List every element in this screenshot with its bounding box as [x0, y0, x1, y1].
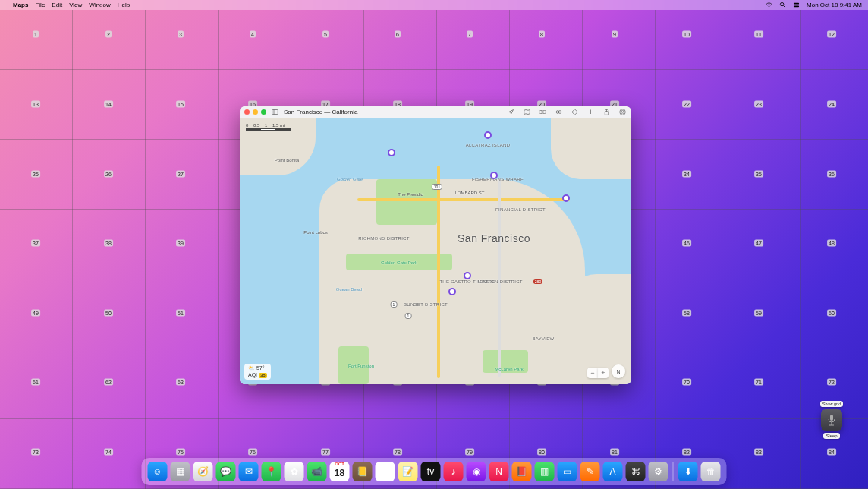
menu-view[interactable]: View: [69, 2, 82, 8]
menu-file[interactable]: File: [35, 2, 45, 8]
window-minimize[interactable]: [253, 109, 258, 115]
spotlight-icon[interactable]: [779, 2, 786, 8]
zoom-out-button[interactable]: −: [587, 368, 598, 378]
dock-keynote-icon[interactable]: ▭: [558, 462, 577, 481]
map-pin[interactable]: [448, 288, 456, 295]
dock-reminders-icon[interactable]: ☰: [376, 462, 395, 481]
grid-cell-number: 47: [754, 240, 763, 247]
voice-control-mic-icon[interactable]: [821, 409, 842, 431]
dock-notes-icon[interactable]: 📝: [398, 462, 418, 481]
dock-finder-icon[interactable]: ☺: [148, 462, 168, 481]
grid-cell-number: 81: [610, 449, 619, 456]
map-label-golden-gate: Golden Gate: [337, 177, 363, 181]
grid-cell-number: 10: [682, 31, 691, 38]
grid-cell-number: 26: [104, 171, 113, 178]
map-pin[interactable]: [562, 194, 570, 202]
aqi-value: 38: [259, 373, 267, 378]
dock-trash-icon[interactable]: 🗑: [701, 462, 721, 481]
grid-cell-number: 79: [465, 449, 474, 456]
grid-cell-number: 83: [754, 449, 763, 456]
dock-numbers-icon[interactable]: ▥: [535, 462, 555, 481]
dock-music-icon[interactable]: ♪: [444, 462, 464, 481]
grid-cell-number: 2: [105, 31, 112, 38]
menu-help[interactable]: Help: [118, 2, 130, 8]
grid-cell-number: 72: [827, 379, 836, 386]
map-canvas[interactable]: San Francisco RICHMOND DISTRICT FINANCIA…: [240, 118, 631, 384]
zoom-in-button[interactable]: +: [598, 368, 609, 378]
dock-contacts-icon[interactable]: 📒: [353, 462, 373, 481]
dock-launchpad-icon[interactable]: ▦: [171, 462, 190, 481]
map-weather-badge[interactable]: ⛅ 57° AQI 38: [244, 364, 271, 380]
account-icon[interactable]: [618, 108, 627, 116]
directions-icon[interactable]: [571, 108, 579, 116]
cloud-sun-icon: ⛅: [248, 365, 255, 371]
map-label-alcatraz: ALCATRAZ ISLAND: [466, 143, 511, 147]
window-zoom[interactable]: [261, 109, 266, 115]
dock-books-icon[interactable]: 📕: [512, 462, 532, 481]
route-shield-1b: 1: [405, 313, 412, 319]
dock-tv-icon[interactable]: tv: [421, 462, 441, 481]
grid-cell-number: 71: [754, 379, 763, 386]
three-d-toggle[interactable]: 3D: [539, 108, 547, 116]
grid-cell-number: 59: [754, 310, 763, 317]
grid-cell-number: 37: [31, 240, 40, 247]
dock-pages-icon[interactable]: ✎: [580, 462, 600, 481]
app-menu[interactable]: Maps: [13, 2, 28, 8]
sidebar-toggle-icon[interactable]: [271, 108, 279, 116]
map-label-bayview: BAYVIEW: [533, 336, 555, 341]
menu-window[interactable]: Window: [89, 2, 110, 8]
menu-bar: Maps File Edit View Window Help Mon Oct …: [0, 0, 868, 10]
dock-settings-icon[interactable]: ⚙: [649, 462, 668, 481]
map-pin[interactable]: [484, 131, 492, 139]
window-close[interactable]: [244, 109, 250, 115]
grid-cell-number: 76: [248, 449, 257, 456]
map-label-castro: THE CASTRO THEATRE: [439, 279, 495, 284]
map-poi-ggpark: Golden Gate Park: [381, 260, 417, 265]
map-label-sunset: SUNSET DISTRICT: [404, 302, 448, 307]
map-pin[interactable]: [490, 172, 498, 179]
map-poi-funston: Fort Funston: [348, 364, 374, 368]
map-label-richmond: RICHMOND DISTRICT: [358, 236, 409, 241]
grid-cell-number: 4: [250, 31, 256, 38]
menubar-clock[interactable]: Mon Oct 18 9:41 AM: [807, 2, 862, 8]
add-pin-icon[interactable]: +: [587, 108, 595, 116]
temp-value: 57°: [256, 365, 265, 371]
wifi-icon[interactable]: [766, 2, 772, 8]
grid-cell-number: 39: [176, 240, 185, 247]
dock-podcasts-icon[interactable]: ◉: [467, 462, 486, 481]
grid-cell-number: 8: [539, 31, 545, 38]
grid-cell-number: 75: [176, 449, 185, 456]
dock-maps-icon[interactable]: 📍: [262, 462, 281, 481]
dock-photos-icon[interactable]: ✿: [285, 462, 304, 481]
dock-appstore-icon[interactable]: A: [603, 462, 623, 481]
dock-calendar-icon[interactable]: OCT18: [330, 462, 350, 481]
grid-cell-number: 34: [682, 171, 691, 178]
grid-cell-number: 36: [827, 171, 836, 178]
window-title: San Francisco — California: [284, 109, 357, 115]
dock-mail-icon[interactable]: ✉: [239, 462, 259, 481]
svg-rect-2: [794, 3, 799, 5]
location-arrow-icon[interactable]: [507, 108, 515, 116]
grid-cell-number: 80: [537, 449, 546, 456]
map-mode-icon[interactable]: [523, 108, 531, 116]
dock-facetime-icon[interactable]: 📹: [307, 462, 327, 481]
map-label-financial: FINANCIAL DISTRICT: [495, 207, 546, 212]
grid-cell-number: 5: [322, 31, 329, 38]
share-icon[interactable]: [602, 108, 611, 116]
compass-button[interactable]: N: [612, 364, 625, 378]
control-center-icon[interactable]: [793, 2, 800, 8]
map-scale-bar: 0 0.5 1 1.5 mi: [246, 123, 291, 131]
window-titlebar: San Francisco — California 3D +: [240, 106, 631, 118]
grid-cell-number: 63: [176, 379, 185, 386]
grid-cell-number: 14: [104, 101, 113, 108]
dock-messages-icon[interactable]: 💬: [216, 462, 236, 481]
menu-edit[interactable]: Edit: [52, 2, 62, 8]
map-pin[interactable]: [388, 149, 395, 156]
voice-control-status[interactable]: Sleep: [823, 433, 839, 439]
map-pin[interactable]: [464, 272, 471, 279]
dock-downloads-icon[interactable]: ⬇: [678, 462, 698, 481]
look-around-icon[interactable]: [555, 108, 563, 116]
dock-news-icon[interactable]: N: [489, 462, 509, 481]
dock-shortcuts-icon[interactable]: ⌘: [626, 462, 646, 481]
dock-safari-icon[interactable]: 🧭: [193, 462, 213, 481]
